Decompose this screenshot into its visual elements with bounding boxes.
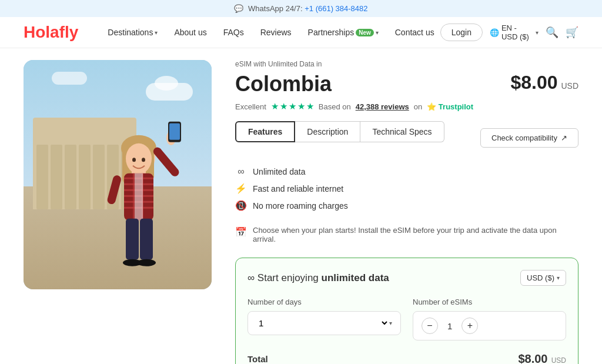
no-roaming-icon: 📵 bbox=[235, 200, 247, 211]
chevron-down-icon: ▾ bbox=[155, 29, 158, 36]
review-count[interactable]: 42,388 reviews bbox=[356, 102, 409, 111]
increase-esims-button[interactable]: + bbox=[461, 318, 478, 334]
svg-rect-22 bbox=[126, 218, 139, 259]
tab-technical-specs[interactable]: Technical Specs bbox=[360, 121, 444, 142]
product-title: Colombia bbox=[235, 72, 332, 96]
info-row: 📅 Choose when your plan starts! Install … bbox=[235, 223, 578, 246]
header: Holafly Destinations ▾ About us FAQs Rev… bbox=[0, 17, 602, 48]
lightning-icon: ⚡ bbox=[235, 183, 247, 194]
plan-title: ∞ Start enjoying unlimited data bbox=[248, 272, 389, 284]
features-list: ∞ Unlimited data ⚡ Fast and reliable int… bbox=[235, 163, 578, 214]
feature-item: ⚡ Fast and reliable internet bbox=[235, 180, 578, 197]
product-image bbox=[24, 60, 212, 289]
product-tabs: Features Description Technical Specs bbox=[235, 121, 444, 142]
whatsapp-icon: 💬 bbox=[234, 4, 243, 13]
esims-label: Number of eSIMs bbox=[413, 298, 566, 306]
product-details: eSIM with Unlimited Data in Colombia $8.… bbox=[235, 60, 578, 364]
currency-selector[interactable]: USD ($) ▾ bbox=[520, 270, 566, 286]
chevron-down-icon-2: ▾ bbox=[376, 29, 379, 36]
cart-icon[interactable]: 🛒 bbox=[566, 26, 578, 39]
days-field: Number of days 1 2 3 7 14 30 ▾ bbox=[248, 298, 401, 340]
main-content: eSIM with Unlimited Data in Colombia $8.… bbox=[0, 48, 602, 364]
nav-faqs[interactable]: FAQs bbox=[218, 24, 250, 41]
total-currency: USD bbox=[551, 356, 566, 364]
nav-contact[interactable]: Contact us bbox=[389, 24, 440, 41]
topbar-text: WhatsApp 24/7: bbox=[248, 4, 303, 13]
globe-icon: 🌐 bbox=[490, 28, 499, 37]
check-compatibility-button[interactable]: Check compatibility ↗ bbox=[480, 128, 578, 148]
total-price: $8.00 bbox=[518, 352, 547, 364]
esims-input: − 1 + bbox=[413, 311, 566, 340]
svg-rect-21 bbox=[106, 174, 122, 205]
price-currency: USD bbox=[561, 81, 578, 91]
infinity-plan-icon: ∞ bbox=[248, 272, 257, 283]
feature-item: ∞ Unlimited data bbox=[235, 163, 578, 180]
feature-item: 📵 No more roaming charges bbox=[235, 197, 578, 214]
svg-point-6 bbox=[142, 158, 145, 162]
svg-point-5 bbox=[132, 158, 136, 162]
review-suffix: on bbox=[414, 102, 422, 111]
svg-rect-20 bbox=[169, 123, 180, 139]
esim-label: eSIM with Unlimited Data in bbox=[235, 60, 578, 68]
partnerships-badge: New bbox=[356, 29, 374, 36]
total-price-block: $8.00 USD bbox=[518, 352, 566, 364]
language-selector[interactable]: 🌐 EN - USD ($) ▾ bbox=[490, 24, 539, 41]
esims-field: Number of eSIMs − 1 + bbox=[413, 298, 566, 340]
login-button[interactable]: Login bbox=[440, 24, 483, 41]
external-link-icon: ↗ bbox=[561, 133, 567, 142]
nav-about[interactable]: About us bbox=[168, 24, 212, 41]
total-row: Total $8.00 USD bbox=[248, 352, 566, 364]
decrease-esims-button[interactable]: − bbox=[422, 318, 438, 334]
top-bar: 💬 WhatsApp 24/7: +1 (661) 384-8482 bbox=[0, 0, 602, 17]
nav-partnerships[interactable]: Partnerships New ▾ bbox=[302, 24, 384, 41]
stars: ★ ★ ★ ★ ★ bbox=[271, 101, 314, 112]
main-nav: Destinations ▾ About us FAQs Reviews Par… bbox=[102, 24, 440, 41]
plan-fields: Number of days 1 2 3 7 14 30 ▾ bbox=[248, 298, 566, 340]
days-select[interactable]: 1 2 3 7 14 30 bbox=[256, 318, 389, 329]
calendar-icon: 📅 bbox=[235, 226, 247, 238]
review-prefix: Based on bbox=[319, 102, 351, 111]
nav-right: Login 🌐 EN - USD ($) ▾ 🔍 🛒 bbox=[440, 24, 578, 41]
chevron-down-icon-5: ▾ bbox=[389, 320, 392, 326]
nav-destinations[interactable]: Destinations ▾ bbox=[102, 24, 163, 41]
chevron-down-icon-3: ▾ bbox=[536, 29, 539, 36]
tab-description[interactable]: Description bbox=[295, 121, 360, 142]
esims-value: 1 bbox=[447, 321, 452, 331]
person-svg bbox=[86, 95, 192, 290]
svg-rect-14 bbox=[133, 173, 135, 220]
whatsapp-phone[interactable]: +1 (661) 384-8482 bbox=[305, 4, 367, 13]
svg-point-25 bbox=[137, 259, 156, 266]
svg-rect-17 bbox=[152, 145, 180, 178]
trustpilot-label: ⭐ Trustpilot bbox=[427, 102, 473, 111]
svg-rect-23 bbox=[140, 218, 153, 259]
days-input: 1 2 3 7 14 30 ▾ bbox=[248, 311, 401, 335]
esims-stepper: − 1 + bbox=[422, 318, 478, 334]
cloud-2 bbox=[52, 72, 87, 85]
plan-header: ∞ Start enjoying unlimited data USD ($) … bbox=[248, 270, 566, 286]
rating-text: Excellent bbox=[235, 102, 266, 111]
nav-reviews[interactable]: Reviews bbox=[255, 24, 297, 41]
svg-rect-16 bbox=[135, 173, 143, 220]
days-label: Number of days bbox=[248, 298, 401, 306]
plan-box: ∞ Start enjoying unlimited data USD ($) … bbox=[235, 258, 578, 364]
svg-point-4 bbox=[126, 143, 152, 173]
search-icon[interactable]: 🔍 bbox=[546, 26, 558, 39]
price-block: $8.00 USD bbox=[510, 72, 578, 93]
tab-features[interactable]: Features bbox=[235, 121, 295, 142]
chevron-down-icon-4: ▾ bbox=[557, 275, 560, 281]
total-label: Total bbox=[248, 354, 268, 364]
rating-row: Excellent ★ ★ ★ ★ ★ Based on 42,388 revi… bbox=[235, 101, 578, 112]
logo[interactable]: Holafly bbox=[24, 23, 78, 42]
price-amount: $8.00 bbox=[510, 72, 557, 93]
infinity-icon: ∞ bbox=[235, 166, 247, 177]
